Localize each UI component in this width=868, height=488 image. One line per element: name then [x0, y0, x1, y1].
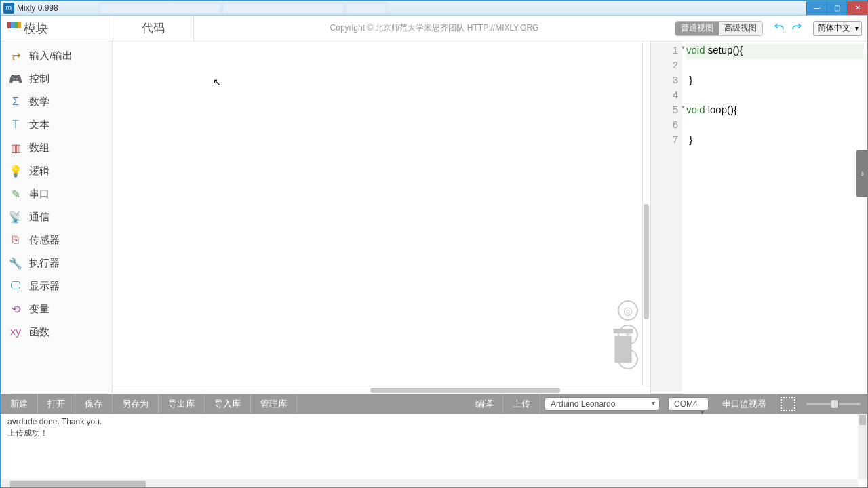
board-select[interactable]: Arduino Leonardo	[545, 397, 660, 411]
category-label: 显示器	[29, 280, 60, 293]
category-label: 执行器	[29, 257, 60, 270]
category-label: 通信	[29, 211, 50, 224]
category-label: 输入/输出	[29, 49, 73, 62]
category-icon: 🔧	[9, 256, 22, 270]
advanced-view-button[interactable]: 高级视图	[719, 22, 762, 35]
output-console: avrdude done. Thank you.上传成功！	[1, 414, 867, 479]
blocks-canvas[interactable]: ↖ ◎ + −	[113, 41, 650, 394]
category-icon: ▥	[9, 141, 22, 155]
category-icon: 🖵	[9, 279, 22, 293]
code-tab[interactable]: 代码	[113, 16, 194, 41]
category-icon: 🎮	[9, 72, 22, 85]
close-button[interactable]: ✕	[847, 1, 867, 15]
category-icon: ✎	[9, 187, 22, 201]
sidebar-item-7[interactable]: 📡通信	[1, 205, 112, 228]
category-label: 函数	[29, 326, 50, 339]
app-icon: m	[3, 3, 14, 14]
copyright-text: Copyright © 北京师范大学米思齐团队 HTTP://MIXLY.ORG	[194, 22, 675, 34]
upload-button[interactable]: 上传	[503, 394, 540, 414]
svg-rect-1	[614, 336, 631, 363]
code-editor[interactable]: void setup(){ }void loop(){ }	[682, 41, 867, 394]
center-button[interactable]: ◎	[618, 300, 638, 321]
serial-monitor-button[interactable]: 串口监视器	[713, 394, 776, 414]
app-title: Mixly 0.998	[17, 3, 58, 13]
category-label: 传感器	[29, 234, 60, 247]
cursor-icon: ↖	[213, 77, 221, 87]
trash-icon[interactable]	[608, 329, 638, 368]
category-label: 数学	[29, 96, 50, 108]
sidebar-item-12[interactable]: xy函数	[1, 321, 112, 344]
zoom-slider[interactable]	[806, 403, 861, 405]
saveas-button[interactable]: 另存为	[113, 394, 159, 414]
blocks-tab[interactable]: 模块	[1, 16, 113, 41]
sidebar-item-11[interactable]: ⟲变量	[1, 298, 112, 321]
sidebar-item-6[interactable]: ✎串口	[1, 182, 112, 205]
collapse-handle[interactable]: ›	[856, 150, 868, 197]
manage-button[interactable]: 管理库	[251, 394, 297, 414]
category-label: 文本	[29, 119, 50, 131]
category-label: 逻辑	[29, 165, 50, 178]
category-icon: 📡	[9, 210, 22, 224]
open-button[interactable]: 打开	[38, 394, 75, 414]
code-gutter: 1234567	[651, 41, 682, 394]
category-label: 变量	[29, 303, 50, 316]
maximize-button[interactable]: ▢	[827, 1, 847, 15]
sidebar-item-1[interactable]: 🎮控制	[1, 67, 112, 90]
category-icon: T	[9, 118, 22, 131]
sidebar-item-2[interactable]: Σ数学	[1, 90, 112, 113]
blocks-label: 模块	[24, 20, 48, 37]
category-icon: xy	[9, 325, 22, 339]
canvas-horizontal-scrollbar[interactable]	[113, 386, 650, 394]
sidebar-item-4[interactable]: ▥数组	[1, 136, 112, 159]
title-bar: m Mixly 0.998 — ▢ ✕	[1, 1, 867, 16]
normal-view-button[interactable]: 普通视图	[675, 22, 719, 35]
category-icon: 💡	[9, 164, 22, 178]
puzzle-icon	[7, 22, 21, 35]
bottom-toolbar: 新建 打开 保存 另存为 导出库 导入库 管理库 编译 上传 Arduino L…	[1, 394, 867, 414]
sidebar-item-9[interactable]: 🔧执行器	[1, 251, 112, 274]
undo-button[interactable]	[772, 20, 786, 37]
import-button[interactable]: 导入库	[205, 394, 251, 414]
category-sidebar: ⇄输入/输出🎮控制Σ数学T文本▥数组💡逻辑✎串口📡通信⎘传感器🔧执行器🖵显示器⟲…	[1, 41, 113, 394]
category-label: 串口	[29, 188, 50, 201]
redo-button[interactable]	[790, 20, 804, 37]
category-icon: Σ	[9, 95, 22, 108]
view-selector: 普通视图 高级视图	[675, 21, 763, 36]
export-button[interactable]: 导出库	[159, 394, 205, 414]
sidebar-item-0[interactable]: ⇄输入/输出	[1, 44, 112, 67]
category-label: 数组	[29, 142, 50, 155]
minimize-button[interactable]: —	[806, 1, 827, 15]
sidebar-item-10[interactable]: 🖵显示器	[1, 274, 112, 298]
canvas-vertical-scrollbar[interactable]	[642, 41, 650, 386]
sidebar-item-3[interactable]: T文本	[1, 113, 112, 136]
svg-rect-0	[614, 329, 633, 333]
save-button[interactable]: 保存	[75, 394, 113, 414]
console-vertical-scrollbar[interactable]	[858, 414, 867, 479]
category-icon: ⟲	[9, 302, 22, 316]
console-horizontal-scrollbar[interactable]	[1, 479, 858, 488]
chip-icon	[781, 396, 795, 411]
new-button[interactable]: 新建	[1, 394, 38, 414]
compile-button[interactable]: 编译	[466, 394, 503, 414]
port-select[interactable]: COM4	[668, 397, 709, 411]
category-label: 控制	[29, 73, 50, 85]
sidebar-item-8[interactable]: ⎘传感器	[1, 228, 112, 251]
sidebar-item-5[interactable]: 💡逻辑	[1, 159, 112, 182]
top-toolbar: 模块 代码 Copyright © 北京师范大学米思齐团队 HTTP://MIX…	[1, 16, 867, 41]
category-icon: ⎘	[9, 233, 22, 247]
taskbar-tabs	[99, 2, 387, 14]
category-icon: ⇄	[9, 49, 22, 62]
language-select[interactable]: 简体中文	[813, 21, 862, 36]
code-panel: 1234567 void setup(){ }void loop(){ } ›	[650, 41, 867, 394]
